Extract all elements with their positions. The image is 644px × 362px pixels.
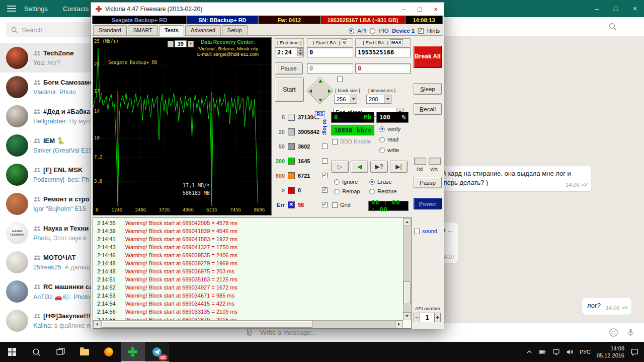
- max-chip[interactable]: MAX: [390, 39, 403, 45]
- play-button[interactable]: ▷: [331, 161, 349, 173]
- scroll-left-button[interactable]: [93, 320, 101, 328]
- volume-icon[interactable]: [566, 348, 574, 355]
- menu-item-contacts[interactable]: Contacts: [63, 5, 89, 13]
- back-button[interactable]: ◀: [351, 161, 368, 173]
- timeout-select[interactable]: 200: [366, 95, 391, 104]
- power-button[interactable]: P̲ower: [414, 198, 442, 209]
- read-radio[interactable]: read: [379, 136, 398, 142]
- battery-icon[interactable]: [539, 348, 546, 355]
- minimize-button[interactable]: –: [593, 5, 601, 13]
- speed-log-checkbox[interactable]: [322, 187, 328, 193]
- keyboard-layout[interactable]: РУС: [580, 349, 591, 355]
- tray-expand-icon[interactable]: [526, 348, 533, 355]
- seek-option-checkbox[interactable]: [337, 77, 343, 82]
- start-button[interactable]: Start: [275, 78, 304, 102]
- action-center-icon[interactable]: [630, 348, 639, 356]
- speed-threshold-label: 600: [274, 173, 285, 179]
- tab[interactable]: SMART: [128, 25, 158, 35]
- pio-radio[interactable]: [370, 28, 375, 34]
- end-lba-input[interactable]: 1953525166: [355, 47, 411, 57]
- emoji-icon[interactable]: [609, 328, 618, 337]
- close-button[interactable]: ×: [428, 3, 444, 16]
- scroll-up-button[interactable]: [403, 218, 411, 226]
- time-down-button[interactable]: [297, 52, 303, 56]
- vscroll-thumb[interactable]: [404, 281, 411, 304]
- seek-right-icon[interactable]: [328, 89, 331, 93]
- log-message: Warning! Block start at 689042095 = 4578…: [125, 220, 237, 228]
- chat-name: [F] ENL MSK: [43, 166, 83, 174]
- seek-up-icon[interactable]: [318, 80, 323, 83]
- speed-color-swatch: [288, 172, 295, 179]
- verify-radio[interactable]: verify: [379, 126, 400, 132]
- grid-checkbox[interactable]: Grid: [332, 202, 351, 208]
- sound-checkbox[interactable]: sound: [414, 228, 437, 234]
- seek-left-icon[interactable]: [309, 89, 312, 93]
- log-message: Warning! Block start at 689041839 = 4546…: [125, 228, 237, 236]
- recall-button[interactable]: R̲ecall: [414, 103, 442, 115]
- scale-minus-button[interactable]: −: [168, 41, 174, 47]
- jump-button[interactable]: ▶?: [370, 161, 388, 173]
- tab[interactable]: Advanced: [185, 25, 221, 35]
- ignore-radio[interactable]: Ignore: [334, 179, 358, 185]
- scroll-down-button[interactable]: [403, 312, 411, 320]
- skip-button[interactable]: ▶|: [390, 161, 408, 173]
- close-button[interactable]: ×: [631, 5, 639, 13]
- pause-button[interactable]: Pause: [275, 62, 303, 75]
- seek-down-icon[interactable]: [318, 99, 323, 102]
- victoria-titlebar[interactable]: Victoria 4.47 Freeware (2013-02-20) – □ …: [91, 3, 444, 16]
- network-icon[interactable]: [552, 348, 560, 355]
- current-stats: 17,1 MB/s 586183 MB: [169, 182, 224, 197]
- passp-button[interactable]: Passp: [414, 177, 442, 188]
- scroll-right-button[interactable]: [395, 320, 403, 328]
- tab[interactable]: Setup: [222, 25, 248, 35]
- start-button[interactable]: [0, 342, 24, 362]
- log-line: 2:14:51 Warning! Block start at 68903518…: [97, 276, 403, 284]
- chat-search-icon[interactable]: [609, 23, 616, 30]
- tab[interactable]: Tests: [159, 25, 184, 36]
- chat-name: #Дед и #Бабка: [43, 108, 90, 115]
- hscroll-thumb[interactable]: [102, 321, 312, 328]
- microphone-icon[interactable]: [626, 328, 635, 337]
- log-horizontal-scrollbar[interactable]: [93, 320, 403, 328]
- file-explorer-button[interactable]: [72, 342, 97, 362]
- erase-radio[interactable]: Erase: [369, 179, 392, 185]
- task-view-button[interactable]: [48, 342, 72, 362]
- maximize-button[interactable]: □: [412, 3, 428, 16]
- side-button-panel: Break All S̲leep R̲ecall Rd Wrt Passp P̲…: [413, 46, 442, 328]
- speed-log-checkbox[interactable]: [322, 158, 328, 164]
- speed-log-checkbox[interactable]: [322, 202, 328, 207]
- seek-pad[interactable]: [306, 77, 334, 105]
- api-radio[interactable]: [349, 28, 354, 34]
- api-minus-button[interactable]: −: [414, 313, 420, 322]
- time-up-button[interactable]: [297, 48, 303, 52]
- menu-item-settings[interactable]: Settings: [24, 5, 48, 13]
- minimize-button[interactable]: –: [395, 3, 412, 16]
- telegram-taskbar-button[interactable]: 52: [145, 342, 169, 362]
- menu-icon[interactable]: [7, 6, 16, 12]
- taskbar-search-button[interactable]: [24, 342, 48, 362]
- write-radio[interactable]: write: [379, 147, 399, 153]
- taskbar-clock[interactable]: 14:08 05.12.2016: [597, 345, 624, 359]
- log-line: 2:14:43 Warning! Block start at 68904132…: [97, 244, 403, 252]
- start-lba-chip[interactable]: 0: [342, 39, 347, 45]
- x-tick-label: 621G: [206, 207, 217, 212]
- speed-log-checkbox[interactable]: [322, 173, 328, 178]
- start-lba-input[interactable]: 0: [307, 47, 353, 57]
- ddd-enable-checkbox[interactable]: DDD Enable: [332, 138, 371, 144]
- restore-radio[interactable]: Restore: [369, 188, 397, 194]
- end-time-spinner[interactable]: 2:24: [275, 47, 304, 57]
- log-vertical-scrollbar[interactable]: [403, 218, 411, 320]
- break-all-button[interactable]: Break All: [414, 46, 442, 68]
- firefox-button[interactable]: [97, 342, 121, 362]
- sleep-button[interactable]: S̲leep: [414, 83, 442, 95]
- remap-radio[interactable]: Remap: [334, 188, 360, 194]
- speed-threshold-label: 20: [274, 129, 285, 135]
- maximize-button[interactable]: □: [612, 5, 620, 13]
- tab[interactable]: Standard: [93, 25, 127, 35]
- victoria-taskbar-button[interactable]: [121, 342, 145, 362]
- hints-checkbox[interactable]: [418, 28, 424, 34]
- api-plus-button[interactable]: +: [434, 313, 441, 322]
- message-input[interactable]: [260, 329, 609, 336]
- speed-log-checkbox[interactable]: [322, 143, 328, 149]
- block-size-select[interactable]: 256: [334, 95, 357, 104]
